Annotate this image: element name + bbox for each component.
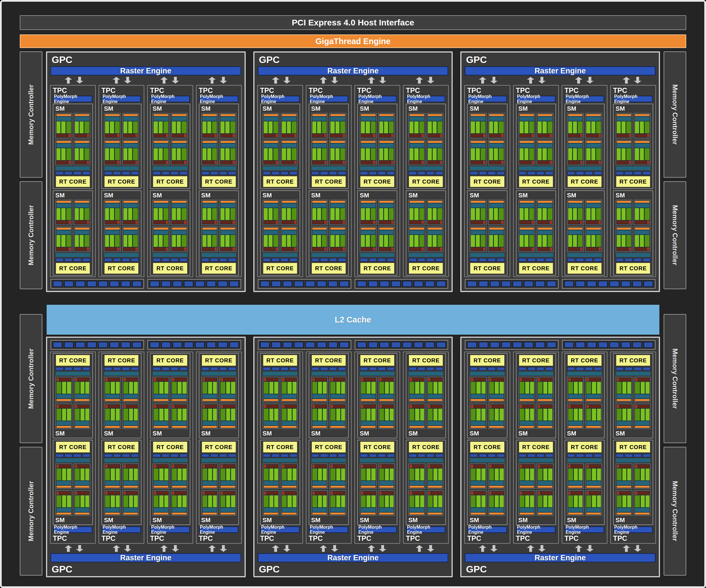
core-block: [616, 464, 633, 489]
orange-bar: [105, 228, 120, 230]
core-column-green: [85, 495, 89, 507]
core-block: [470, 113, 486, 139]
core-columns: [428, 409, 442, 421]
core-column-green: [172, 121, 176, 133]
blue-segment: [643, 342, 653, 348]
blue-segment: [576, 454, 584, 457]
core-columns: [361, 382, 376, 394]
red-segment: [373, 221, 375, 224]
core-column-green: [282, 121, 286, 133]
orange-bar: [617, 426, 631, 428]
maroon-bar: [568, 134, 579, 137]
core-block: [171, 200, 188, 225]
maroon-bar: [75, 161, 86, 164]
maroon-bar: [379, 247, 390, 251]
sm-blue-segment-row: [263, 367, 298, 370]
sm-label: SM: [263, 192, 298, 199]
core-columns: [586, 382, 601, 394]
core-block-grid: [408, 113, 443, 165]
down-arrow-icon: [331, 77, 338, 84]
orange-bar: [379, 228, 394, 230]
core-column-dark-green: [123, 382, 128, 394]
gpc-area: GPCRaster EngineTPCPolyMorph EngineSMRT …: [46, 51, 660, 577]
up-arrow-icon: [65, 545, 72, 552]
core-column-dark-green: [133, 148, 138, 160]
red-segment: [471, 378, 473, 381]
core-column-dark-green: [212, 148, 217, 160]
bottom-strip: [520, 378, 534, 381]
core-column-dark-green: [56, 409, 61, 421]
core-block: [616, 377, 633, 402]
blue-segment: [210, 171, 218, 175]
teal-bar: [105, 230, 120, 234]
core-columns: [330, 208, 345, 220]
core-column-green: [221, 208, 225, 220]
bottom-strip: [568, 221, 583, 224]
teal-bar: [520, 144, 534, 148]
core-column-green: [207, 148, 211, 160]
tpc-label: TPC: [260, 86, 300, 94]
teal-bar: [471, 203, 485, 207]
core-block: [220, 113, 236, 139]
orange-bar: [75, 399, 89, 401]
red-segment: [264, 378, 266, 381]
blue-segment: [113, 367, 121, 370]
teal-bar: [635, 144, 650, 148]
orange-bar: [312, 114, 327, 116]
sm-blue-segment-row: [616, 454, 651, 457]
maroon-bar: [379, 134, 390, 137]
core-columns: [282, 495, 297, 507]
bottom-strip: [330, 247, 345, 251]
core-columns: [635, 148, 650, 160]
core-block: [634, 200, 651, 225]
sm-block: SMRT CORE: [199, 190, 239, 276]
blue-segment: [180, 367, 188, 370]
teal-bar: [330, 394, 345, 398]
teal-bar: [471, 394, 485, 398]
teal-bar: [123, 203, 138, 207]
orange-bar: [105, 426, 120, 428]
core-columns: [330, 469, 345, 480]
core-columns: [264, 235, 278, 247]
red-segment: [87, 134, 89, 137]
core-column-green: [476, 121, 480, 133]
core-columns: [568, 148, 583, 160]
orange-bar: [586, 201, 601, 203]
core-column-green: [128, 235, 132, 247]
rt-core: RT CORE: [263, 355, 298, 366]
maroon-bar: [361, 221, 372, 224]
blue-segment: [228, 171, 236, 175]
core-block: [408, 200, 425, 225]
up-arrow-icon: [575, 77, 582, 84]
blue-segment: [263, 171, 271, 175]
maroon-bar: [489, 221, 500, 224]
core-column-dark-green: [154, 382, 158, 394]
maroon-bar: [590, 492, 601, 495]
core-block: [281, 140, 298, 165]
red-segment: [471, 465, 473, 468]
blue-segment: [162, 258, 170, 262]
blue-segment: [519, 454, 527, 457]
sm-teal-bar: [312, 253, 346, 257]
sm-block: SMRT CORE: [102, 190, 142, 276]
core-block: [360, 200, 377, 225]
teal-bar: [264, 508, 278, 512]
bottom-strip: [471, 492, 485, 495]
core-block: [518, 403, 536, 429]
core-column-green: [183, 495, 186, 507]
blue-segment: [73, 454, 81, 457]
maroon-bar: [538, 161, 549, 164]
orange-bar: [202, 399, 217, 401]
sm-blue-segment-row: [202, 454, 236, 457]
bottom-strip: [282, 247, 297, 251]
orange-bar: [282, 426, 297, 428]
core-column-dark-green: [182, 148, 186, 160]
red-segment: [202, 492, 205, 495]
maroon-bar: [202, 161, 213, 164]
red-segment: [232, 247, 235, 251]
core-column-green: [330, 235, 335, 247]
core-column-green: [433, 121, 437, 133]
teal-bar: [361, 230, 376, 234]
orange-bar: [489, 399, 504, 401]
core-column-dark-green: [437, 148, 442, 160]
